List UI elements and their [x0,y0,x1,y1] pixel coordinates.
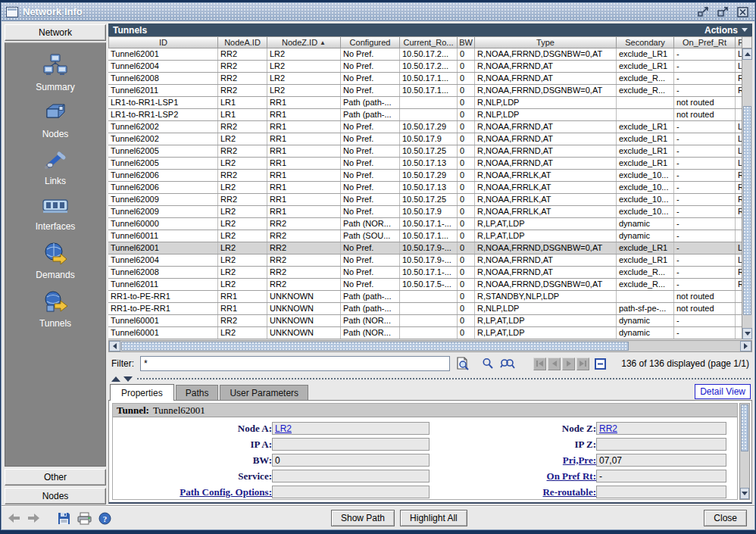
properties-scroll-thumb[interactable] [741,404,748,451]
property-field[interactable]: RR2 [596,422,726,435]
table-cell: - [674,327,736,339]
print-icon[interactable] [77,512,92,525]
scroll-down-icon[interactable] [742,328,752,339]
sidebar-item-nodes[interactable]: Nodes [42,102,69,139]
column-header-configured[interactable]: Configured [341,36,400,48]
close-icon[interactable] [735,5,750,19]
table-row[interactable]: Tunnel62006RR2RR1No Pref.10.50.17.290R,N… [108,170,742,182]
table-row[interactable]: Tunnel62001LR2RR2No Pref.10.50.17.9-...0… [108,242,742,255]
table-row[interactable]: Tunnel62001RR2LR2No Pref.10.50.17.2...0R… [108,48,742,61]
property-field[interactable]: 07,07 [596,454,726,467]
forward-arrow-icon[interactable] [27,513,40,523]
table-vertical-scrollbar[interactable] [742,48,752,339]
table-cell: - [674,133,736,145]
horizontal-scroll-thumb[interactable] [121,342,629,351]
vertical-scroll-thumb[interactable] [743,106,751,315]
show-path-button[interactable]: Show Path [331,510,395,526]
table-row[interactable]: Tunnel62002RR2RR1No Pref.10.50.17.290R,N… [108,121,742,133]
tab-properties[interactable]: Properties [110,384,174,401]
table-horizontal-scrollbar[interactable] [108,340,752,352]
sidebar-group-nodes-button[interactable]: Nodes [5,488,106,504]
detail-view-link[interactable]: Detail View [695,384,751,399]
property-field[interactable] [272,470,430,482]
column-header-nodea-id[interactable]: NodeA.ID [218,36,267,48]
table-row[interactable]: Tunnel62011RR2LR2No Pref.10.50.17.1...0R… [108,85,742,97]
property-label-path-config-options[interactable]: Path Config. Options: [113,486,272,498]
close-button[interactable]: Close [704,510,747,526]
next-page-icon[interactable] [562,358,575,370]
search-multiple-icon[interactable] [500,358,515,370]
back-arrow-icon[interactable] [8,513,20,523]
collapse-up-icon[interactable] [111,376,120,382]
previous-page-icon[interactable] [548,358,561,370]
minimize-icon[interactable] [695,5,711,19]
properties-scroll-down-icon[interactable] [740,488,749,499]
property-value-link[interactable]: LR2 [275,423,292,434]
table-row[interactable]: Tunnel62004RR2LR2No Pref.10.50.17.2...0R… [108,61,742,73]
sidebar-group-network-button[interactable]: Network [5,24,106,41]
table-row[interactable]: Tunnel62009RR2RR1No Pref.10.50.17.250R,N… [108,194,742,206]
highlight-all-button[interactable]: Highlight All [400,510,467,526]
first-page-icon[interactable] [533,358,546,370]
column-header-bw[interactable]: BW [458,36,475,48]
tab-user-parameters[interactable]: User Parameters [220,385,308,400]
search-icon[interactable] [482,358,494,370]
sidebar-item-tunnels[interactable]: Tunnels [39,290,71,329]
scroll-up-icon[interactable] [742,48,752,60]
sidebar-item-demands[interactable]: Demands [36,242,74,280]
property-value-link[interactable]: RR2 [599,423,617,434]
table-row[interactable]: Tunnel62002LR2RR1No Pref.10.50.17.90R,NO… [108,133,742,145]
column-header-type[interactable]: Type [475,36,617,48]
sidebar-item-links[interactable]: Links [42,149,68,186]
table-row[interactable]: RR1-to-PE-RR1RR1UNKNOWNPath (path-...0R,… [108,291,742,303]
last-page-icon[interactable] [576,358,589,370]
table-row[interactable]: Tunnel60000LR2RR2Path (NOR...10.50.17.1-… [108,218,742,230]
table-row[interactable]: LR1-to-RR1-LSP1LR1RR1Path (path-...0R,NL… [108,97,742,109]
table-row[interactable]: Tunnel62011LR2RR2No Pref.10.50.17.5-...0… [108,279,742,291]
save-icon[interactable] [58,512,70,525]
properties-vertical-scrollbar[interactable] [739,403,750,500]
sidebar-group-other-button[interactable]: Other [5,469,106,486]
table-row[interactable]: Tunnel62008RR2LR2No Pref.10.50.17.1...0R… [108,73,742,85]
split-pane-divider[interactable] [108,375,752,383]
property-label-re-routable[interactable]: Re-routable: [442,486,596,498]
table-row[interactable]: LR1-to-RR1-LSP2LR1RR1Path (path-...0R,NL… [108,109,742,121]
sidebar-item-interfaces[interactable]: Interfaces [36,196,76,232]
property-field[interactable]: 0 [272,454,430,467]
property-field[interactable]: - [596,470,726,482]
maximize-icon[interactable] [715,5,730,19]
scroll-right-icon[interactable] [740,341,751,351]
tab-paths[interactable]: Paths [176,385,219,400]
help-icon[interactable]: ? [98,512,111,525]
column-header-id[interactable]: ID [108,36,218,48]
table-row[interactable]: RR1-to-PE-RR1RR1UNKNOWNPath (path-...0R,… [108,303,742,315]
column-header-secondary[interactable]: Secondary [617,36,674,48]
table-view-icon[interactable] [595,358,606,370]
column-header-on-pref-rt[interactable]: On_Pref_Rt [674,36,736,48]
property-field[interactable] [272,486,430,498]
table-row[interactable]: Tunnel62004LR2RR2No Pref.10.50.17.9-...0… [108,255,742,267]
column-header-nodez-id[interactable]: NodeZ.ID▲ [267,36,341,48]
scroll-left-icon[interactable] [109,341,120,351]
sidebar-item-summary[interactable]: Summary [36,54,74,92]
table-row[interactable]: Tunnel60001LR2UNKNOWNPath (NOR...0R,LP,A… [108,327,742,339]
property-field[interactable] [272,438,430,451]
column-header-current-ro-[interactable]: Current_Ro... [400,36,458,48]
actions-menu-button[interactable]: Actions [704,25,748,36]
table-row[interactable]: Tunnel62005LR2RR1No Pref.10.50.17.130R,N… [108,158,742,170]
table-row[interactable]: Tunnel62005RR2RR1No Pref.10.50.17.250R,N… [108,145,742,158]
table-row[interactable]: Tunnel60001RR2UNKNOWNPath (NOR...0R,LP,A… [108,315,742,327]
property-label-on-pref-rt[interactable]: On Pref Rt: [442,470,596,482]
property-field[interactable] [596,438,726,451]
title-bar[interactable]: Network Info [2,3,754,21]
property-field[interactable]: LR2 [272,422,430,435]
advanced-search-icon[interactable] [456,357,470,371]
table-row[interactable]: Tunnel62006LR2RR1No Pref.10.50.17.130R,N… [108,182,742,194]
table-row[interactable]: Tunnel60011LR2RR2Path (SOU...10.50.17.1.… [108,230,742,242]
table-row[interactable]: Tunnel62009LR2RR1No Pref.10.50.17.90R,NO… [108,206,742,218]
property-field[interactable] [596,486,726,498]
property-label-pri-pre[interactable]: Pri,Pre: [442,454,596,467]
filter-input[interactable] [140,356,450,371]
collapse-down-icon[interactable] [123,376,133,382]
table-row[interactable]: Tunnel62008LR2RR2No Pref.10.50.17.1-...0… [108,267,742,279]
